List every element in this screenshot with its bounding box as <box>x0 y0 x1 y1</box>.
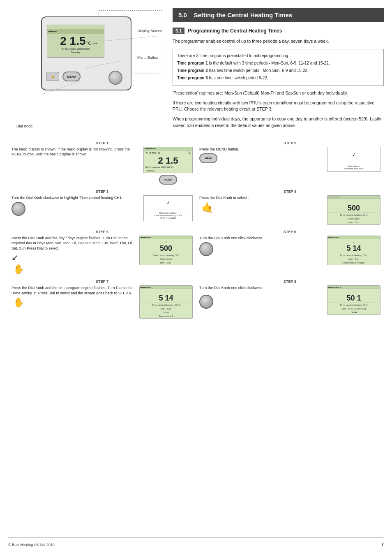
step6-content: Turn the Dial Knob one click clockwise. … <box>199 236 380 265</box>
lock-button[interactable]: 🔒 <box>46 72 59 81</box>
intro-para: The programmar enables control of up to … <box>173 38 384 45</box>
step3-left: Turn the Dial Knob clockwise to highligh… <box>12 195 141 216</box>
step1-top-bar: ▪▪▪▪▪▪▪▪▪▪▪▪▪▪▪▪ <box>144 147 192 150</box>
step4-sublabel2: Select days <box>327 217 380 221</box>
step6-left: Turn the Dial Knob one click clockwise. <box>199 236 325 257</box>
step2-icon: ♪ <box>352 150 355 158</box>
step6-num: 5 14 <box>327 244 380 253</box>
info-box: There are 3 time programs preinstalled t… <box>173 49 384 86</box>
display-screen-label: Display Screen <box>137 29 162 33</box>
step4-sublabel3: Mon - Sun <box>327 221 380 224</box>
dial-knob-device[interactable] <box>108 71 122 85</box>
step8-icon: ♪ <box>327 289 380 294</box>
step5-screen: ▪▪▪▪▪▪▪▪▪▪▪▪▪▪▪ ♪ 500 Time cental heatin… <box>139 236 193 265</box>
step6-dial[interactable] <box>199 242 213 256</box>
step4-left: Press the Dial Knob to select . 🤙 <box>199 195 325 214</box>
step6-sublabel: Time central heating CH1 <box>327 253 380 257</box>
screen-date: 04 November 2008 08:50 <box>62 48 90 50</box>
menu-button-device[interactable]: MENU <box>62 72 81 81</box>
info-prog3: Time program 3 has one time switch perio… <box>177 75 379 81</box>
step7-left: Press the Dial Knob and the time program… <box>12 285 137 308</box>
step1-day: Tuesday <box>144 169 192 173</box>
section-header: 5.0 Setting the Central Heating Times <box>173 8 384 22</box>
step7-cell: STEP 7 Press the Dial Knob and the time … <box>8 277 196 321</box>
step2-menu-btn[interactable]: MENU <box>199 153 217 163</box>
para2: 'Preselection' regimes are: Mon-Sun (Def… <box>173 90 384 97</box>
step7-screen: ▪▪▪▪▪▪▪▪▪▪▪▪▪▪▪ ♪ 5 14 Time central heat… <box>139 285 193 319</box>
step3-screen: ♪ Operator section Time central heating … <box>143 195 193 221</box>
step5-hand: ✋ <box>13 264 137 275</box>
prog3-text: has one time switch period 6-22. <box>208 76 268 80</box>
step6-top-bar: ▪▪▪▪▪▪▪▪▪▪▪▪▪▪▪ <box>327 236 380 239</box>
footer-copyright: © Baxi Heating UK Ltd 2010 <box>8 543 55 547</box>
step4-hand: 🤙 <box>201 202 325 213</box>
step7-sublabel3: Set to <box>140 311 192 314</box>
dial-knob-label: Dial Knob <box>16 124 32 128</box>
step4-cell: STEP 4 Press the Dial Knob to select . 🤙… <box>196 187 384 227</box>
right-content: 5.0 Setting the Central Heating Times 5.… <box>164 8 384 132</box>
step3-content: Turn the Dial Knob clockwise to highligh… <box>12 195 193 221</box>
step4-text: Press the Dial Knob to select . <box>199 195 325 201</box>
step7-icon: ♪ <box>140 289 192 294</box>
step5-label: STEP 5 <box>12 230 193 234</box>
sub-num-5-1: 5.1 <box>173 28 184 34</box>
step8-num: 50 1 <box>327 294 380 303</box>
section-title: Setting the Central Heating Times <box>194 12 293 18</box>
step5-text: Press the Dial Knob and the day / days r… <box>12 236 137 251</box>
step5-left: Press the Dial Knob and the day / days r… <box>12 236 137 275</box>
sub-header-5-1: 5.1 Programming the Central Heating Time… <box>173 28 384 34</box>
step5-sublabel: Time cental heating CH1 <box>140 253 192 257</box>
screen-temp-value: 2 1.5 <box>60 35 85 47</box>
step4-sublabel: Time central heating CH1 <box>327 213 380 217</box>
page: ▪▪▪▪▪▪▪▪▪▪▪▪ 2 1.5 °C 04 November 2008 0… <box>0 0 392 555</box>
step8-sublabel3: 06:00 <box>327 311 380 314</box>
step1-menu-indicator: MENU <box>159 175 177 185</box>
step6-text: Turn the Dial Knob one click clockwise. <box>199 236 325 241</box>
step1-content: The basic display is shown. If the basic… <box>12 147 193 185</box>
step5-num: 500 <box>140 244 192 253</box>
step6-cell: STEP 6 Turn the Dial Knob one click cloc… <box>196 227 384 278</box>
step8-screen: ▪▪▪▪▪▪▪▪▪▪▪▪▪▪▪ ✲ ♪ 50 1 Time central he… <box>327 285 380 315</box>
step2-label: STEP 2 <box>199 141 380 145</box>
step8-dial[interactable] <box>199 295 213 309</box>
step2-left: Press the MENU button. MENU <box>199 147 325 164</box>
step7-text: Press the Dial Knob and the time program… <box>12 285 137 296</box>
device-diagram: ▪▪▪▪▪▪▪▪▪▪▪▪ 2 1.5 °C 04 November 2008 0… <box>8 8 164 132</box>
step5-content: Press the Dial Knob and the day / days r… <box>12 236 193 275</box>
step1-temp-value: 2 1.5 <box>158 155 178 166</box>
screen-top-bar: ▪▪▪▪▪▪▪▪▪▪▪▪ <box>47 29 104 34</box>
step8-text: Turn the Dial Knob one click clockwise. <box>199 285 325 291</box>
step4-content: Press the Dial Knob to select . 🤙 ▪▪▪▪▪▪… <box>199 195 380 225</box>
step3-sublabel3: Time hot water <box>160 217 176 219</box>
step2-divider <box>334 163 374 163</box>
step1-label: STEP 1 <box>12 141 193 145</box>
step1-menu-btn[interactable]: MENU <box>159 175 177 185</box>
step3-cell: STEP 3 Turn the Dial Knob clockwise to h… <box>8 187 196 227</box>
step1-unit: °C <box>187 151 191 154</box>
top-section: ▪▪▪▪▪▪▪▪▪▪▪▪ 2 1.5 °C 04 November 2008 0… <box>8 8 384 132</box>
step8-top-bar: ▪▪▪▪▪▪▪▪▪▪▪▪▪▪▪ ✲ <box>327 286 380 289</box>
step7-sublabel: Time central heating CH1 <box>140 303 192 307</box>
arrow-right-icon: → <box>91 39 99 48</box>
step1-cell: STEP 1 The basic display is shown. If th… <box>8 139 196 187</box>
step3-divider <box>150 210 186 210</box>
prog1-text: is the default with 3 time periods - Mon… <box>208 61 330 65</box>
step3-dial[interactable] <box>12 202 25 216</box>
step7-sublabel2: Mon - Sun <box>140 307 192 311</box>
step7-content: Press the Dial Knob and the time program… <box>12 285 193 319</box>
step7-label: STEP 7 <box>12 280 193 284</box>
page-number: 7 <box>381 542 384 547</box>
step8-sublabel: Time central heating CH1 <box>327 303 380 307</box>
step2-cell: STEP 2 Press the MENU button. MENU ♪ Inf… <box>196 139 384 187</box>
step2-sublabel2: Set time and date <box>344 167 363 170</box>
step6-sublabel2: Mon - Sun <box>327 257 380 261</box>
step5-icon: ♪ <box>140 239 192 244</box>
step7-top-bar: ▪▪▪▪▪▪▪▪▪▪▪▪▪▪▪ <box>140 286 192 289</box>
step4-top-bar: ▪▪▪▪▪▪▪▪▪▪▪▪▪▪▪ <box>327 196 380 199</box>
step7-num: 5 14 <box>140 294 192 303</box>
info-line1: There are 3 time programs preinstalled t… <box>177 53 379 59</box>
step3-text: Turn the Dial Knob clockwise to highligh… <box>12 195 141 201</box>
step6-sublabel3: Select default timings? <box>327 261 380 265</box>
prog2-text: has two time switch periods - Mon-Sun, 6… <box>208 68 309 73</box>
step1-icons: ✳≋≋≋⊙ °C <box>144 150 192 155</box>
